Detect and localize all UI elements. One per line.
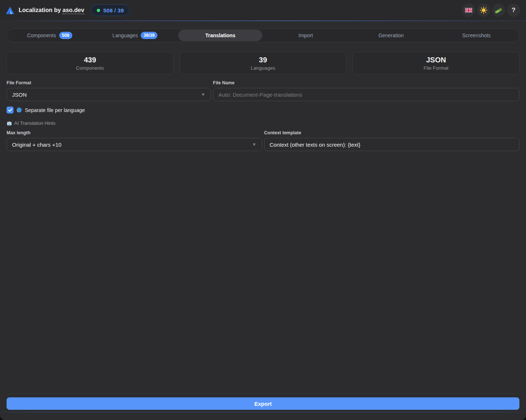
window-bottom-strip: [0, 410, 526, 420]
ai-hints-section-label: AI Translation Hints: [14, 120, 56, 126]
stat-label: Languages: [251, 65, 275, 71]
file-name-input[interactable]: [213, 88, 519, 101]
max-length-label: Max length: [7, 130, 262, 135]
separate-file-checkbox[interactable]: [7, 107, 14, 113]
file-format-select[interactable]: JSON ▼: [7, 88, 211, 101]
status-badge: 508 / 39: [91, 4, 130, 16]
bug-report-button[interactable]: [492, 4, 505, 17]
stat-value: 439: [84, 56, 96, 64]
stat-label: File Format: [424, 65, 449, 71]
context-template-input[interactable]: [264, 138, 519, 151]
tab-count-badge: 508: [59, 32, 72, 39]
file-name-field-group: File Name: [213, 80, 519, 101]
status-badge-count: 508 / 39: [103, 7, 124, 14]
uk-flag-icon: [465, 8, 472, 13]
content-spacer: [7, 151, 519, 393]
export-footer: Export: [7, 393, 519, 410]
max-length-select[interactable]: Original + chars +10 ▼: [7, 138, 262, 151]
tab-label: Translations: [205, 32, 235, 38]
globe-icon: [16, 107, 22, 113]
export-button[interactable]: Export: [7, 397, 519, 410]
chevron-down-icon: ▼: [201, 92, 205, 97]
context-template-field-group: Context template: [264, 130, 519, 151]
tab-translations[interactable]: Translations: [178, 30, 262, 41]
caterpillar-icon: [495, 7, 503, 14]
app-window: Localization by aso.dev 508 / 39: [0, 0, 526, 420]
tab-count-badge: 39/39: [141, 32, 157, 39]
max-length-field-group: Max length Original + chars +10 ▼: [7, 130, 262, 151]
stat-card-components: 439 Components: [7, 52, 174, 74]
stat-label: Components: [76, 65, 104, 71]
tab-languages[interactable]: Languages 39/39: [93, 30, 177, 41]
chevron-down-icon: ▼: [252, 142, 256, 147]
theme-toggle-button[interactable]: [477, 4, 490, 17]
tab-label: Import: [298, 32, 313, 38]
separate-file-checkbox-label: Separate file per language: [25, 107, 85, 113]
context-template-label: Context template: [264, 130, 519, 135]
tab-label: Generation: [378, 32, 404, 38]
page-title: Localization by aso.dev: [19, 7, 84, 14]
stat-card-languages: 39 Languages: [180, 52, 347, 74]
file-format-label: File Format: [7, 80, 211, 85]
tab-label: Components: [27, 32, 56, 38]
tab-generation[interactable]: Generation: [349, 30, 433, 41]
window-bottom-divider: [0, 412, 526, 413]
tab-label: Screenshots: [462, 32, 491, 38]
tab-screenshots[interactable]: Screenshots: [434, 30, 518, 41]
help-button[interactable]: ?: [507, 4, 520, 17]
app-logo-icon: [6, 7, 14, 14]
ai-hints-fields-row: Max length Original + chars +10 ▼ Contex…: [7, 130, 519, 151]
title-prefix: Localization by: [19, 7, 61, 13]
main-tabbar: Components 508 Languages 39/39 Translati…: [7, 28, 519, 42]
ai-hints-section-header: AI Translation Hints: [7, 120, 519, 126]
tab-label: Languages: [113, 32, 138, 38]
sun-icon: [480, 7, 487, 14]
main-content: Components 508 Languages 39/39 Translati…: [0, 21, 526, 410]
robot-icon: [7, 121, 12, 126]
tab-components[interactable]: Components 508: [8, 30, 92, 41]
tab-import[interactable]: Import: [264, 30, 348, 41]
language-flag-button[interactable]: [462, 4, 475, 17]
check-icon: [8, 108, 12, 112]
status-dot-icon: [97, 9, 100, 12]
stat-value: JSON: [426, 56, 446, 64]
max-length-value: Original + chars +10: [12, 142, 252, 148]
file-name-label: File Name: [213, 80, 519, 85]
title-domain-link[interactable]: aso.dev: [62, 7, 84, 14]
app-header: Localization by aso.dev 508 / 39: [0, 0, 526, 20]
file-options-row: File Format JSON ▼ File Name: [7, 80, 519, 101]
stats-row: 439 Components 39 Languages JSON File Fo…: [7, 52, 519, 74]
stat-value: 39: [259, 56, 267, 64]
stat-card-file-format: JSON File Format: [352, 52, 519, 74]
separate-file-checkbox-row[interactable]: Separate file per language: [7, 107, 519, 113]
file-format-field-group: File Format JSON ▼: [7, 80, 211, 101]
file-format-value: JSON: [12, 92, 201, 98]
help-icon: ?: [512, 7, 515, 14]
